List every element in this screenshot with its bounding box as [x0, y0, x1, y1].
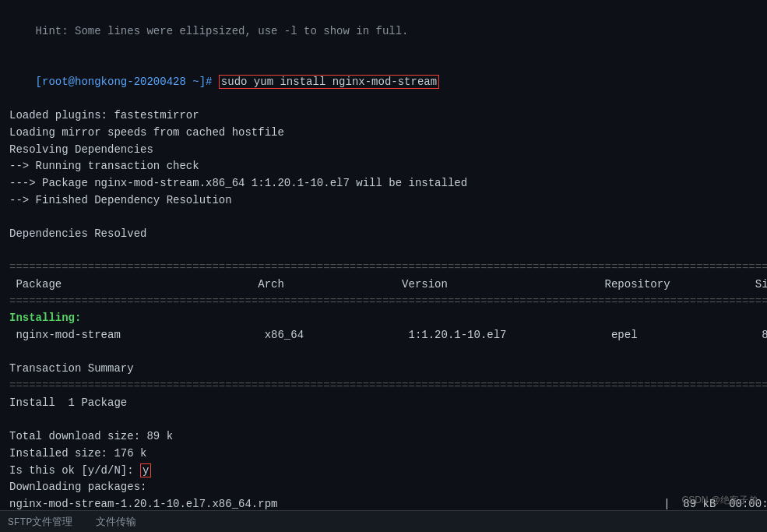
blank-2: [9, 243, 758, 260]
deps-resolved-line: Dependencies Resolved: [9, 226, 758, 243]
separator-1: ========================================…: [9, 259, 758, 277]
csdn-watermark: CSDN @绝客子弟: [681, 494, 758, 507]
command-highlight: sudo yum install nginx-mod-stream: [219, 75, 439, 89]
finished-dep-line: --> Finished Dependency Resolution: [9, 192, 758, 210]
blank-1: [9, 209, 758, 226]
transaction-summary-line: Transaction Summary: [9, 361, 758, 378]
prompt-line: [root@hongkong-20200428 ~]# sudo yum ins…: [9, 57, 758, 107]
terminal-window: Hint: Some lines were ellipsized, use -l…: [0, 0, 767, 532]
file-transfer-button[interactable]: 文件传输: [96, 515, 136, 529]
package-install-line: ---> Package nginx-mod-stream.x86_64 1:1…: [9, 175, 758, 192]
is-ok-line: Is this ok [y/d/N]: y: [9, 463, 758, 480]
install-count-line: Install 1 Package: [9, 395, 758, 412]
loading-mirror-line: Loading mirror speeds from cached hostfi…: [9, 125, 758, 142]
loaded-plugins-line: Loaded plugins: fastestmirror: [9, 107, 758, 125]
separator-2: ========================================…: [9, 294, 758, 311]
bottom-toolbar: SFTP文件管理 文件传输: [0, 510, 767, 532]
sftp-manager-button[interactable]: SFTP文件管理: [8, 515, 72, 529]
prompt-user: [root@hongkong-20200428 ~]#: [36, 76, 219, 88]
installing-section-header: Installing:: [9, 310, 758, 327]
blank-4: [9, 412, 758, 429]
downloading-packages-line: Downloading packages:: [9, 479, 758, 496]
total-dl-size-line: Total download size: 89 k: [9, 428, 758, 446]
package-row: nginx-mod-stream x86_64 1:1.20.1-10.el7 …: [9, 327, 758, 344]
hint-line: Hint: Some lines were ellipsized, use -l…: [9, 6, 758, 57]
answer-highlight: y: [140, 463, 151, 477]
installed-size-line: Installed size: 176 k: [9, 446, 758, 463]
table-header-row: Package Arch Version Repository Si: [9, 277, 758, 294]
separator-3: ========================================…: [9, 378, 758, 395]
blank-3: [9, 344, 758, 361]
resolving-deps-line: Resolving Dependencies: [9, 142, 758, 159]
running-check-line: --> Running transaction check: [9, 158, 758, 175]
